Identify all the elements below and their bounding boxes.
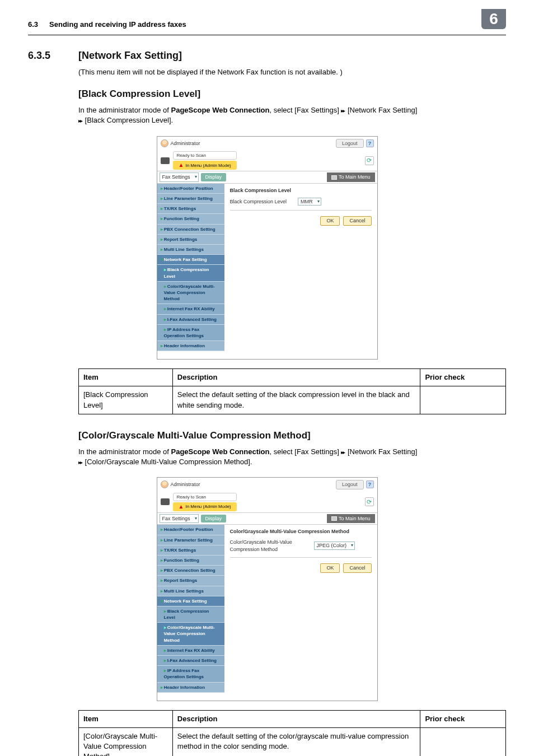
sidebar-item-line-param[interactable]: Line Parameter Setting (157, 535, 224, 545)
th-description: Description (172, 710, 420, 727)
panel-title: Color/Grayscale Multi-Value Compression … (230, 528, 372, 535)
row-label: Color/Grayscale Multi-Value Compression … (230, 539, 303, 553)
help-icon[interactable]: ? (366, 139, 374, 147)
to-main-menu-button[interactable]: To Main Menu (327, 172, 375, 182)
cell-desc: Select the default setting of the color/… (172, 727, 420, 756)
printer-icon (161, 498, 170, 505)
sidebar-item-ip-addr-fax[interactable]: IP Address Fax Operation Settings (157, 666, 224, 682)
row-label: Black Compression Level (230, 198, 287, 206)
cancel-button[interactable]: Cancel (343, 563, 371, 573)
home-icon (331, 516, 337, 521)
cell-prior (420, 727, 506, 756)
table-color-grayscale: Item Description Prior check [Color/Gray… (78, 710, 506, 756)
text-bold: PageScope Web Connection (171, 106, 269, 114)
display-button[interactable]: Display (201, 173, 227, 181)
sidebar-item-color-gray[interactable]: Color/Grayscale Multi-Value Compression … (157, 282, 224, 305)
header-section-title: Sending and receiving IP address faxes (49, 20, 481, 30)
subsection-title-black: [Black Compression Level] (78, 87, 506, 101)
category-dropdown[interactable]: Fax Settings (160, 514, 199, 524)
status-mode: ▲In Menu (Admin Mode) (173, 502, 237, 511)
text: To Main Menu (339, 515, 371, 522)
sidebar-item-txrx[interactable]: TX/RX Settings (157, 204, 224, 214)
status-ready: Ready to Scan (173, 493, 237, 501)
screenshot-color-grayscale: Administrator Logout ? Ready to Scan ▲In… (157, 477, 378, 701)
warning-icon: ▲ (179, 161, 184, 169)
compression-select[interactable]: JPEG (Color) (314, 542, 355, 550)
display-button[interactable]: Display (201, 515, 227, 523)
cancel-button[interactable]: Cancel (343, 216, 371, 226)
section-heading: 6.3.5 [Network Fax Setting] (28, 49, 506, 63)
cell-prior (420, 386, 506, 414)
sidebar-item-pbx[interactable]: PBX Connection Setting (157, 566, 224, 576)
sidebar-item-ifax-adv[interactable]: I-Fax Advanced Setting (157, 315, 224, 325)
cell-desc: Select the default setting of the black … (172, 386, 420, 414)
refresh-icon[interactable]: ⟳ (365, 156, 374, 165)
text: [Black Compression Level]. (83, 116, 173, 124)
sidebar: Header/Footer Position Line Parameter Se… (157, 525, 224, 692)
text: In the administrator mode of (78, 106, 171, 114)
section-number: 6.3.5 (28, 49, 78, 63)
sidebar-item-header-info[interactable]: Header Information (157, 341, 224, 351)
sidebar-item-pbx[interactable]: PBX Connection Setting (157, 225, 224, 235)
th-item: Item (79, 710, 173, 727)
status-mode: ▲In Menu (Admin Mode) (173, 161, 237, 170)
sidebar-item-header-footer[interactable]: Header/Footer Position (157, 525, 224, 535)
sidebar-item-report[interactable]: Report Settings (157, 235, 224, 245)
cell-item: [Black Compression Level] (79, 386, 173, 414)
sidebar-item-color-gray[interactable]: Color/Grayscale Multi-Value Compression … (157, 623, 224, 646)
sidebar-item-header-footer[interactable]: Header/Footer Position (157, 184, 224, 194)
table-black-compression: Item Description Prior check [Black Comp… (78, 368, 506, 414)
ok-button[interactable]: OK (320, 563, 340, 573)
sidebar: Header/Footer Position Line Parameter Se… (157, 184, 224, 351)
sidebar-item-network-fax[interactable]: Network Fax Setting (157, 255, 224, 265)
sidebar-item-function[interactable]: Function Setting (157, 556, 224, 566)
sidebar-item-ifax-rx[interactable]: Internet Fax RX Ability (157, 304, 224, 314)
sidebar-item-multiline[interactable]: Multi Line Settings (157, 586, 224, 596)
ok-button[interactable]: OK (320, 216, 340, 226)
text: , select [Fax Settings] (270, 106, 341, 114)
panel-title: Black Compression Level (230, 187, 372, 194)
chapter-badge: 6 (481, 9, 506, 29)
main-panel: Color/Grayscale Multi-Value Compression … (224, 525, 377, 692)
status-ready: Ready to Scan (173, 151, 237, 160)
sidebar-item-network-fax[interactable]: Network Fax Setting (157, 596, 224, 606)
text: [Network Fax Setting] (345, 106, 417, 114)
sidebar-item-ip-addr-fax[interactable]: IP Address Fax Operation Settings (157, 325, 224, 341)
text: In Menu (Admin Mode) (185, 162, 231, 169)
subsection-title-color: [Color/Grayscale Multi-Value Compression… (78, 429, 506, 442)
role-label: Administrator (171, 140, 200, 147)
sidebar-item-ifax-adv[interactable]: I-Fax Advanced Setting (157, 656, 224, 666)
th-prior: Prior check (420, 369, 506, 386)
text-bold: PageScope Web Connection (171, 447, 269, 456)
logout-button[interactable]: Logout (336, 480, 364, 489)
sidebar-item-multiline[interactable]: Multi Line Settings (157, 245, 224, 255)
logout-button[interactable]: Logout (336, 139, 364, 148)
to-main-menu-button[interactable]: To Main Menu (327, 514, 375, 524)
compression-select[interactable]: MMR (298, 198, 321, 206)
sidebar-item-header-info[interactable]: Header Information (157, 683, 224, 693)
sidebar-item-black-comp[interactable]: Black Compression Level (157, 606, 224, 623)
th-prior: Prior check (420, 710, 506, 727)
refresh-icon[interactable]: ⟳ (365, 497, 374, 506)
help-icon[interactable]: ? (366, 480, 374, 488)
sidebar-item-function[interactable]: Function Setting (157, 214, 224, 224)
header-section-number: 6.3 (28, 20, 38, 30)
sidebar-item-txrx[interactable]: TX/RX Settings (157, 545, 224, 556)
category-dropdown[interactable]: Fax Settings (160, 172, 199, 182)
main-panel: Black Compression Level Black Compressio… (224, 184, 377, 351)
sidebar-item-black-comp[interactable]: Black Compression Level (157, 265, 224, 281)
user-avatar-icon (161, 480, 168, 488)
text: In the administrator mode of (78, 447, 171, 456)
home-icon (331, 175, 337, 180)
sidebar-item-line-param[interactable]: Line Parameter Setting (157, 194, 224, 204)
section-intro: (This menu item will not be displayed if… (78, 67, 506, 77)
th-description: Description (172, 369, 420, 386)
text: [Color/Grayscale Multi-Value Compression… (83, 458, 252, 466)
table-row: [Black Compression Level] Select the def… (79, 386, 506, 414)
role-label: Administrator (171, 481, 200, 488)
sidebar-item-report[interactable]: Report Settings (157, 576, 224, 586)
subsection-intro-black: In the administrator mode of PageScope W… (78, 105, 506, 125)
cell-item: [Color/Grayscale Multi-Value Compression… (79, 727, 173, 756)
sidebar-item-ifax-rx[interactable]: Internet Fax RX Ability (157, 646, 224, 656)
printer-icon (161, 157, 170, 164)
